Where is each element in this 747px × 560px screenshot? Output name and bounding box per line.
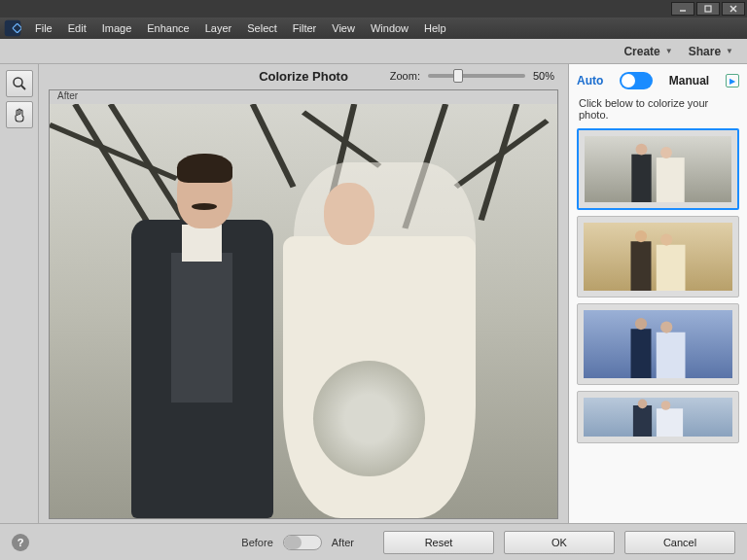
svg-line-10 — [253, 104, 294, 187]
menu-layer[interactable]: Layer — [197, 22, 240, 34]
photo-bouquet — [313, 361, 425, 476]
menu-help[interactable]: Help — [416, 22, 454, 34]
canvas-frame: After — [49, 89, 558, 519]
colorize-option-2[interactable] — [577, 216, 739, 298]
svg-point-30 — [638, 400, 648, 409]
hand-icon — [12, 107, 27, 122]
canvas-image[interactable] — [50, 104, 557, 518]
menu-filter[interactable]: Filter — [285, 22, 324, 34]
svg-rect-1 — [705, 6, 711, 12]
maximize-button[interactable] — [696, 2, 720, 16]
content-area: Colorize Photo Zoom: 50% After — [0, 64, 747, 523]
minimize-button[interactable] — [671, 2, 694, 16]
canvas-header: Colorize Photo Zoom: 50% — [39, 64, 568, 88]
magnifier-icon — [12, 76, 27, 91]
zoom-slider-thumb[interactable] — [453, 69, 463, 83]
before-label: Before — [241, 537, 272, 548]
app-logo-icon — [4, 19, 21, 37]
svg-point-22 — [635, 230, 647, 242]
action-bar: Create▼ Share▼ — [0, 39, 747, 64]
option-thumb — [585, 136, 731, 202]
photo-groom-collar — [182, 225, 223, 262]
svg-point-32 — [661, 401, 671, 410]
photo-groom-vest — [171, 253, 232, 402]
menu-edit[interactable]: Edit — [60, 22, 94, 34]
hand-tool[interactable] — [6, 101, 33, 128]
svg-point-26 — [635, 318, 647, 330]
toggle-knob — [622, 74, 635, 88]
svg-line-8 — [75, 104, 151, 228]
share-label: Share — [689, 45, 721, 58]
zoom-tool[interactable] — [6, 70, 33, 97]
zoom-controls: Zoom: 50% — [390, 70, 554, 82]
svg-line-7 — [21, 86, 25, 89]
create-dropdown[interactable]: Create▼ — [623, 45, 672, 58]
bottom-bar: ? Before After Reset OK Cancel — [0, 523, 747, 560]
menu-select[interactable]: Select — [239, 22, 285, 34]
colorize-option-1[interactable] — [577, 128, 739, 210]
svg-rect-23 — [657, 245, 686, 291]
svg-point-6 — [14, 78, 22, 87]
ba-toggle-knob — [284, 536, 302, 549]
after-tag: After — [50, 90, 557, 104]
share-dropdown[interactable]: Share▼ — [689, 45, 733, 58]
menubar: File Edit Image Enhance Layer Select Fil… — [0, 18, 747, 39]
svg-rect-17 — [631, 155, 651, 202]
svg-point-28 — [660, 321, 672, 332]
menu-window[interactable]: Window — [363, 22, 416, 34]
colorize-option-4[interactable] — [577, 391, 739, 443]
create-label: Create — [623, 45, 659, 58]
option-thumb — [584, 398, 732, 437]
after-label: After — [332, 537, 354, 548]
help-button[interactable]: ? — [12, 534, 29, 551]
colorize-panel: Auto Manual ▶ Click below to colorize yo… — [568, 64, 747, 523]
ok-button[interactable]: OK — [504, 531, 615, 554]
mode-toggle[interactable] — [620, 72, 653, 89]
mode-bar: Auto Manual ▶ — [577, 72, 739, 89]
mode-manual-label[interactable]: Manual — [669, 74, 709, 88]
option-thumb — [584, 310, 732, 378]
svg-rect-27 — [657, 332, 686, 378]
svg-line-16 — [456, 121, 548, 187]
menu-image[interactable]: Image — [94, 22, 140, 34]
svg-point-20 — [660, 147, 672, 158]
svg-rect-19 — [657, 158, 685, 202]
option-thumb — [584, 223, 732, 291]
before-after-toggle[interactable] — [283, 535, 322, 550]
chevron-down-icon: ▼ — [665, 47, 673, 55]
colorize-options — [577, 128, 739, 443]
reset-button[interactable]: Reset — [383, 531, 494, 554]
menu-file[interactable]: File — [27, 22, 60, 34]
svg-rect-21 — [631, 241, 652, 291]
zoom-value: 50% — [533, 70, 554, 82]
svg-rect-31 — [657, 408, 683, 437]
menu-enhance[interactable]: Enhance — [139, 22, 196, 34]
chevron-down-icon: ▼ — [726, 47, 733, 55]
zoom-label: Zoom: — [390, 70, 420, 82]
svg-point-24 — [660, 233, 672, 245]
menu-view[interactable]: View — [324, 22, 363, 34]
mode-auto-label[interactable]: Auto — [577, 74, 603, 88]
tutorial-play-icon[interactable]: ▶ — [726, 74, 739, 88]
photo-groom-hair — [177, 154, 232, 183]
canvas-panel: Colorize Photo Zoom: 50% After — [39, 64, 568, 523]
svg-rect-25 — [631, 329, 652, 378]
svg-point-18 — [636, 144, 648, 156]
panel-hint: Click below to colorize your photo. — [579, 97, 739, 121]
left-toolbar — [0, 64, 39, 523]
photo-bride-face — [324, 183, 374, 245]
zoom-slider[interactable] — [428, 74, 525, 78]
colorize-option-3[interactable] — [577, 303, 739, 385]
svg-rect-29 — [633, 405, 652, 437]
window-titlebar — [0, 0, 747, 18]
cancel-button[interactable]: Cancel — [624, 531, 735, 554]
dialog-title: Colorize Photo — [259, 69, 348, 84]
close-button[interactable] — [722, 2, 745, 16]
